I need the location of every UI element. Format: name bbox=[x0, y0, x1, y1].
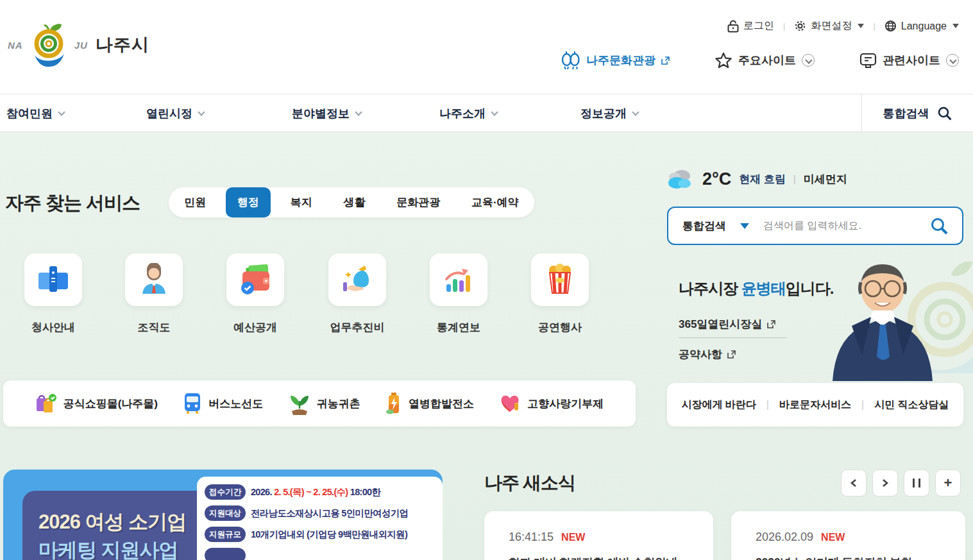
tab-haengjeong[interactable]: 행정 bbox=[226, 187, 271, 217]
tab-education[interactable]: 교육·예약 bbox=[460, 187, 530, 217]
expand-button[interactable]: + bbox=[935, 470, 961, 496]
citizen-counsel-link[interactable]: 시민 직소상담실 bbox=[874, 398, 949, 412]
quicklink-label: 고향사랑기부제 bbox=[527, 396, 604, 411]
banner-value: 2026. 2. 5.(목) ~ 2. 25.(수) 18:00한 bbox=[251, 486, 380, 498]
service-card-budget[interactable] bbox=[226, 253, 284, 306]
logo-city-name: 나주시 bbox=[96, 33, 149, 56]
quicklink-label: 귀농귀촌 bbox=[317, 396, 360, 411]
banner-value-pre: 2026. bbox=[251, 487, 274, 497]
news-headline: 2026년 농업기계 등화장치 부착 bbox=[756, 555, 941, 560]
service-card-cheongsa[interactable] bbox=[24, 253, 82, 306]
service-card-org[interactable] bbox=[125, 253, 183, 306]
quicklink-label: 버스노선도 bbox=[208, 396, 263, 411]
nav-item-disclosure[interactable]: 정보공개 bbox=[580, 94, 638, 133]
civic-links-card: 시장에게 바란다 | 바로문자서비스 | 시민 직소상담실 bbox=[667, 383, 963, 427]
news-section-title: 나주 새소식 bbox=[484, 471, 575, 495]
service-card-expenses[interactable] bbox=[328, 253, 386, 306]
chevron-down-icon bbox=[355, 108, 362, 115]
banner-title-line2: 마케팅 지원사업 bbox=[38, 537, 178, 560]
nav-item-about[interactable]: 나주소개 bbox=[439, 94, 497, 133]
circle-chevron-icon bbox=[802, 54, 815, 67]
nav-item-openadmin[interactable]: 열린시정 bbox=[146, 94, 204, 133]
nav-search-button[interactable]: 통합검색 bbox=[861, 94, 973, 133]
tab-minwon[interactable]: 민원 bbox=[173, 187, 217, 217]
service-label: 업무추진비 bbox=[309, 320, 405, 335]
quicklink-shopping-mall[interactable]: 공식쇼핑몰(나주몰) bbox=[35, 392, 158, 415]
quicklink-return-farm[interactable]: 귀농귀촌 bbox=[289, 392, 360, 415]
culture-tour-label: 나주문화관광 bbox=[586, 53, 656, 68]
star-icon bbox=[715, 52, 732, 69]
naju-pear-emblem-icon bbox=[27, 22, 71, 68]
globe-icon bbox=[884, 20, 897, 32]
mayor-photo bbox=[813, 249, 973, 381]
mayor-pledge-link[interactable]: 공약사항 bbox=[679, 347, 736, 362]
nav-item-fields[interactable]: 분야별정보 bbox=[292, 94, 361, 133]
search-icon bbox=[937, 106, 952, 121]
display-settings-menu[interactable]: 화면설정 bbox=[794, 19, 864, 33]
banner-value: 10개기업내외 (기업당 9백만원내외지원) bbox=[251, 529, 407, 541]
shopping-bags-icon bbox=[35, 392, 57, 415]
nav-item-civil[interactable]: 참여민원 bbox=[6, 94, 64, 133]
service-label: 통계연보 bbox=[410, 320, 507, 335]
quicklink-power-plant[interactable]: 열병합발전소 bbox=[385, 392, 474, 415]
nav-label: 정보공개 bbox=[580, 106, 627, 121]
sms-service-link[interactable]: 바로문자서비스 bbox=[779, 398, 851, 412]
naju-city-homepage: NA JU 나주시 로그인 | bbox=[0, 0, 973, 560]
mayor-greeting-prefix: 나주시장 bbox=[679, 280, 741, 297]
nav-label: 나주소개 bbox=[439, 106, 486, 121]
frequent-services-title: 자주 찾는 서비스 bbox=[5, 191, 140, 216]
news-card[interactable]: 16:41:15 NEW 한파 대비 한랭질환 예방 수칙안내 bbox=[484, 511, 713, 560]
banner-pill bbox=[205, 548, 246, 560]
divider: | bbox=[793, 174, 796, 184]
battery-energy-icon bbox=[385, 392, 402, 415]
news-card[interactable]: 2026.02.09 NEW 2026년 농업기계 등화장치 부착 bbox=[731, 511, 965, 560]
tab-bokji[interactable]: 복지 bbox=[279, 187, 324, 217]
site-logo[interactable]: NA JU 나주시 bbox=[8, 22, 149, 68]
fine-dust-link[interactable]: 미세먼지 bbox=[804, 172, 847, 187]
language-menu[interactable]: Language bbox=[884, 20, 959, 32]
main-search-box: 통합검색 bbox=[667, 207, 963, 245]
chevron-down-icon bbox=[952, 24, 959, 28]
to-mayor-link[interactable]: 시장에게 바란다 bbox=[681, 398, 756, 412]
language-label: Language bbox=[901, 21, 947, 32]
news-carousel-controls: + bbox=[841, 470, 961, 496]
banner-title-line1: 2026 여성 소기업 bbox=[38, 509, 186, 536]
banner-row-period: 접수기간 2026. 2. 5.(목) ~ 2. 25.(수) 18:00한 bbox=[205, 484, 435, 500]
tab-saenghwal[interactable]: 생활 bbox=[332, 187, 377, 217]
cloudy-icon bbox=[665, 168, 695, 190]
chevron-down-icon bbox=[58, 108, 65, 115]
dropdown-arrow-icon[interactable] bbox=[740, 223, 749, 229]
promo-banner[interactable]: 2026 여성 소기업 마케팅 지원사업 접수기간 2026. 2. 5.(목)… bbox=[3, 470, 443, 560]
news-time: 16:41:15 bbox=[509, 530, 554, 544]
chevron-down-icon bbox=[491, 108, 498, 115]
bar-chart-icon bbox=[443, 264, 475, 296]
prev-button[interactable] bbox=[841, 470, 867, 496]
search-scope-select[interactable]: 통합검색 bbox=[682, 219, 726, 233]
moneybag-hand-icon bbox=[339, 263, 375, 296]
major-sites-menu[interactable]: 주요사이트 bbox=[715, 52, 815, 69]
tab-culture[interactable]: 문화관광 bbox=[385, 187, 452, 217]
service-card-events[interactable] bbox=[531, 253, 589, 306]
banner-row-partial bbox=[205, 548, 435, 560]
external-link-icon bbox=[767, 320, 775, 328]
plus-icon: + bbox=[944, 476, 952, 490]
divider: | bbox=[766, 399, 769, 411]
nav-label: 열린시정 bbox=[146, 106, 192, 121]
next-button[interactable] bbox=[872, 470, 898, 496]
nav-label: 참여민원 bbox=[6, 106, 53, 121]
culture-tour-link[interactable]: 나주문화관광 bbox=[561, 50, 670, 71]
search-icon[interactable] bbox=[930, 217, 948, 235]
mayor-name: 윤병태 bbox=[741, 280, 786, 297]
related-sites-menu[interactable]: 관련사이트 bbox=[859, 52, 959, 69]
weather-condition-link[interactable]: 현재 흐림 bbox=[739, 172, 786, 187]
quicklink-hometown-donation[interactable]: 고향사랑기부제 bbox=[499, 393, 604, 414]
mayor-office-link[interactable]: 365일열린시장실 bbox=[679, 317, 775, 332]
pause-button[interactable] bbox=[904, 470, 929, 496]
service-card-statistics[interactable] bbox=[430, 253, 487, 306]
twin-pears-icon bbox=[561, 50, 580, 71]
login-link[interactable]: 로그인 bbox=[727, 19, 774, 33]
search-input[interactable] bbox=[763, 220, 921, 232]
banner-pill: 지원대상 bbox=[205, 505, 246, 521]
quicklink-bus-routes[interactable]: 버스노선도 bbox=[183, 392, 263, 415]
sprout-icon bbox=[289, 392, 310, 415]
